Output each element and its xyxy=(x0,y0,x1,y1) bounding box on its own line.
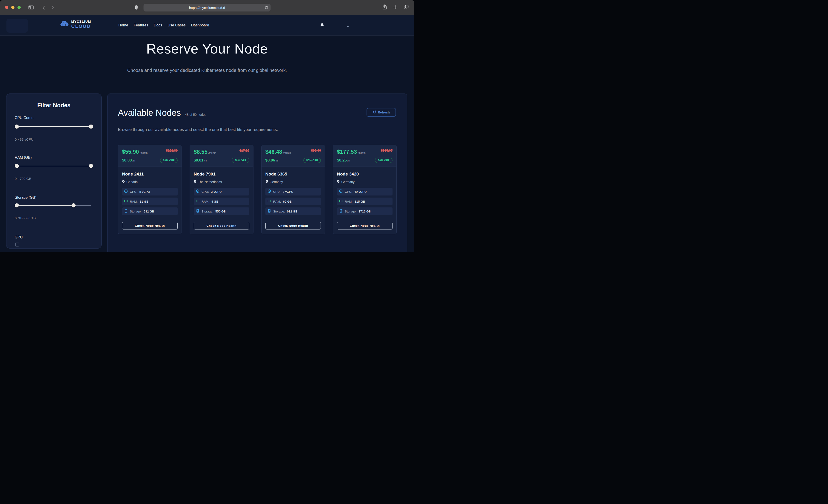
bell-icon[interactable] xyxy=(320,23,324,29)
minimize-button[interactable] xyxy=(11,6,14,9)
browser-toolbar: https://myceliumcloud.tf xyxy=(0,0,414,15)
card-pricing-header: $55.90/month $101.80 $0.08/hr 50% OFF xyxy=(118,145,181,167)
cpu-cores-slider xyxy=(15,125,93,129)
card-body: Node 7901 The Netherlands CPU: 2 vCPU RA… xyxy=(190,167,253,234)
spec-value: 932 GB xyxy=(143,210,154,213)
price-hour: $0.06 xyxy=(265,158,275,162)
storage-icon xyxy=(339,209,343,214)
spec-label: Storage: xyxy=(130,210,141,213)
refresh-button[interactable]: Refresh xyxy=(367,108,396,117)
spec-row-storage: Storage: 932 GB xyxy=(265,207,321,215)
panel-subtitle: Browse through our available nodes and s… xyxy=(118,127,278,132)
ram-icon xyxy=(196,199,200,204)
filter-panel: Filter Nodes CPU Cores 0 - 88 vCPU RAM (… xyxy=(6,93,101,249)
filter-title: Filter Nodes xyxy=(6,102,101,109)
chevron-down-icon[interactable] xyxy=(346,25,349,29)
brand-line1: MYCΞLIUM xyxy=(71,20,91,23)
check-node-health-button[interactable]: Check Node Health xyxy=(265,222,321,229)
node-card: $55.90/month $101.80 $0.08/hr 50% OFF No… xyxy=(118,145,182,234)
spec-label: Storage: xyxy=(273,210,285,213)
spec-value: 62 GB xyxy=(283,200,292,203)
brand-logo[interactable]: MYCΞLIUM CLOUD xyxy=(59,20,91,29)
cpu-max-handle[interactable] xyxy=(89,125,93,129)
check-node-health-button[interactable]: Check Node Health xyxy=(337,222,392,229)
check-node-health-button[interactable]: Check Node Health xyxy=(194,222,249,229)
storage-icon xyxy=(124,209,128,214)
site-navbar: MYCΞLIUM CLOUD Home Features Docs Use Ca… xyxy=(0,15,414,36)
node-card: $177.53/month $355.07 $0.25/hr 50% OFF N… xyxy=(333,145,397,234)
page-title: Reserve Your Node xyxy=(0,41,414,57)
nav-link-features[interactable]: Features xyxy=(134,23,148,27)
card-body: Node 2411 Canada CPU: 8 vCPU RAM: 31 GB xyxy=(118,167,181,234)
price-hour: $0.25 xyxy=(337,158,347,162)
spec-row-ram: RAM: 62 GB xyxy=(265,198,321,205)
reload-icon[interactable] xyxy=(265,4,268,11)
original-price: $101.80 xyxy=(166,149,178,152)
price-month: $177.53 xyxy=(337,149,357,155)
check-node-health-button[interactable]: Check Node Health xyxy=(122,222,178,229)
discount-badge: 50% OFF xyxy=(375,158,392,163)
screen: https://myceliumcloud.tf MYCΞLIUM xyxy=(0,0,414,252)
spec-row-cpu: CPU: 40 vCPU xyxy=(337,188,392,196)
spec-row-cpu: CPU: 8 vCPU xyxy=(122,188,178,196)
ram-range-text: 0 - 709 GB xyxy=(15,177,32,180)
brand-line2: CLOUD xyxy=(71,24,91,29)
spec-label: CPU: xyxy=(273,190,281,194)
original-price: $355.07 xyxy=(381,149,392,152)
back-icon[interactable] xyxy=(41,0,46,15)
storage-icon xyxy=(196,209,200,214)
ram-max-handle[interactable] xyxy=(89,164,93,168)
ram-slider-track xyxy=(17,166,91,166)
spec-value: 932 GB xyxy=(287,210,298,213)
price-hour-unit: /hr xyxy=(204,159,207,162)
nav-link-home[interactable]: Home xyxy=(118,23,128,27)
cpu-min-handle[interactable] xyxy=(15,125,19,129)
spec-row-ram: RAM: 4 GB xyxy=(194,198,249,205)
original-price: $92.96 xyxy=(311,149,321,152)
close-button[interactable] xyxy=(5,6,8,9)
shield-icon[interactable] xyxy=(133,0,139,15)
gpu-checkbox[interactable] xyxy=(15,243,19,247)
card-body: Node 6365 Germany CPU: 8 vCPU RAM: 62 GB xyxy=(261,167,325,234)
share-icon[interactable] xyxy=(382,4,387,10)
spec-value: 3726 GB xyxy=(359,210,371,213)
card-pricing-header: $177.53/month $355.07 $0.25/hr 50% OFF xyxy=(333,145,397,167)
storage-slider-track-inactive xyxy=(75,205,91,206)
storage-max-handle[interactable] xyxy=(72,203,76,207)
sidebar-toggle-icon[interactable] xyxy=(28,0,35,15)
node-location: Germany xyxy=(341,180,355,184)
refresh-label: Refresh xyxy=(378,111,390,114)
node-card: $8.55/month $17.10 $0.01/hr 50% OFF Node… xyxy=(190,145,253,234)
ram-icon xyxy=(267,199,271,204)
spec-value: 31 GB xyxy=(140,200,149,203)
brand-cloud-icon xyxy=(59,20,69,29)
maximize-button[interactable] xyxy=(17,6,21,9)
browser-window: https://myceliumcloud.tf MYCΞLIUM xyxy=(0,0,414,252)
page-subtitle: Choose and reserve your dedicated Kubern… xyxy=(0,68,414,73)
url-field[interactable]: https://myceliumcloud.tf xyxy=(143,4,271,11)
tab-overview-icon[interactable] xyxy=(404,5,409,10)
location-pin-icon xyxy=(337,180,340,184)
node-cards-row: $55.90/month $101.80 $0.08/hr 50% OFF No… xyxy=(118,145,397,234)
spec-value: 8 vCPU xyxy=(283,190,293,194)
available-nodes-panel: Available Nodes 48 of 50 nodes Refresh B… xyxy=(107,93,407,252)
forward-icon[interactable] xyxy=(50,0,55,15)
ram-min-handle[interactable] xyxy=(15,164,19,168)
spec-value: 550 GB xyxy=(215,210,226,213)
new-tab-icon[interactable] xyxy=(393,5,397,10)
spec-label: RAM: xyxy=(202,200,209,203)
panel-title: Available Nodes xyxy=(118,108,181,118)
spec-label: RAM: xyxy=(345,200,353,203)
spec-value: 8 vCPU xyxy=(139,190,150,194)
location-pin-icon xyxy=(122,180,125,184)
spec-row-ram: RAM: 31 GB xyxy=(122,198,178,205)
nav-link-dashboard[interactable]: Dashboard xyxy=(191,23,209,27)
price-hour-unit: /hr xyxy=(347,159,350,162)
spec-value: 4 GB xyxy=(211,200,218,203)
spec-row-storage: Storage: 550 GB xyxy=(194,207,249,215)
price-month: $55.90 xyxy=(122,149,139,155)
nav-link-docs[interactable]: Docs xyxy=(154,23,162,27)
storage-min-handle[interactable] xyxy=(15,203,19,207)
cpu-range-text: 0 - 88 vCPU xyxy=(15,137,34,141)
nav-link-use-cases[interactable]: Use Cases xyxy=(168,23,185,27)
